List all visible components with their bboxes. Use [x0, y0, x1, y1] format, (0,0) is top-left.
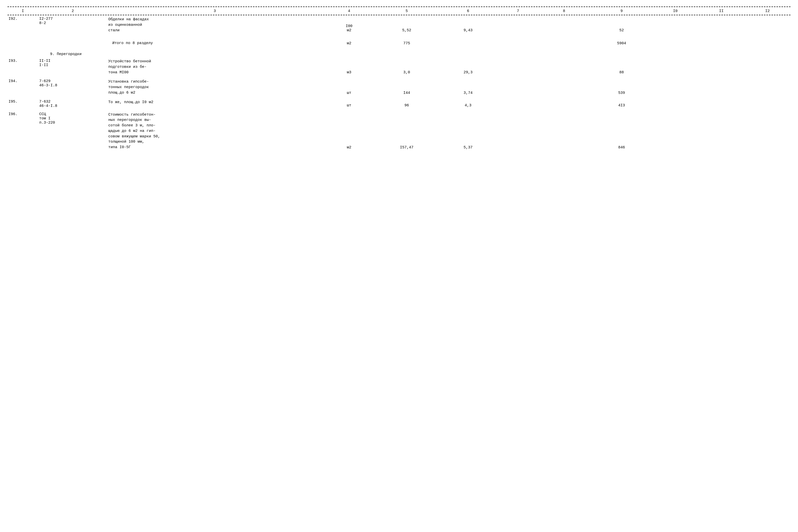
row-col12: [744, 78, 791, 96]
row-col7: [499, 40, 537, 46]
row-col9: 539: [591, 78, 652, 96]
row-col9: 5904: [591, 40, 652, 46]
table-row: I95.7-632 46-4-I.8То же, площ.до I0 м2шт…: [7, 99, 791, 109]
row-description: Устройство бетоннойподготовки из бе-тона…: [107, 58, 322, 76]
row-id: I95.: [7, 99, 38, 109]
row-id: I94.: [7, 78, 38, 96]
spacer-row: [7, 46, 791, 50]
row-col10: [652, 111, 698, 151]
row-col6: 5,37: [437, 111, 499, 151]
row-col8: [537, 58, 591, 76]
row-col5: 96: [376, 99, 437, 109]
row-description: Итого по 8 разделу: [107, 40, 322, 46]
table-row: I94.7-629 46-3-I.8Установка гипсобе-тонн…: [7, 78, 791, 96]
row-code: ССЦ том I п.3-220: [38, 111, 107, 151]
row-unit: м2: [322, 111, 376, 151]
row-description: То же, площ.до I0 м2: [107, 99, 322, 109]
row-col7: [499, 16, 537, 34]
row-col12: [744, 40, 791, 46]
row-description: Обделки на фасадахиз оцинкованнойстали: [107, 16, 322, 34]
row-col10: [652, 78, 698, 96]
row-id: I96.: [7, 111, 38, 151]
main-table-wrapper: I23456789I0III2 I92.I2-277 8-2Обделки на…: [7, 8, 791, 152]
row-unit: шт: [322, 78, 376, 96]
col-header-3: 3: [107, 8, 322, 14]
row-col11: [698, 78, 744, 96]
row-code: II-II I-II: [38, 58, 107, 76]
spacer-row: [7, 96, 791, 99]
row-col12: [744, 16, 791, 34]
row-col6: [437, 40, 499, 46]
row-col7: [499, 111, 537, 151]
row-col10: [652, 99, 698, 109]
row-col9: 846: [591, 111, 652, 151]
row-col9: 88: [591, 58, 652, 76]
row-col8: [537, 111, 591, 151]
row-col6: 29,3: [437, 58, 499, 76]
row-id: [7, 40, 38, 46]
col-header-2: 2: [38, 8, 107, 14]
column-headers: I23456789I0III2: [7, 8, 791, 14]
row-unit: м3: [322, 58, 376, 76]
row-code: 7-632 46-4-I.8: [38, 99, 107, 109]
row-col11: [698, 58, 744, 76]
row-col6: 9,43: [437, 16, 499, 34]
col-header-9: 9: [591, 8, 652, 14]
spacer-row: [7, 36, 791, 40]
row-col12: [744, 111, 791, 151]
row-col11: [698, 99, 744, 109]
row-col7: [499, 58, 537, 76]
row-col12: [744, 99, 791, 109]
col-header-I: I: [7, 8, 38, 14]
table-row: I92.I2-277 8-2Обделки на фасадахиз оцинк…: [7, 16, 791, 34]
row-code: I2-277 8-2: [38, 16, 107, 34]
row-col11: [698, 16, 744, 34]
row-id: I93.: [7, 58, 38, 76]
row-col7: [499, 99, 537, 109]
row-col6: 3,74: [437, 78, 499, 96]
row-col11: [698, 40, 744, 46]
row-unit: шт: [322, 99, 376, 109]
spacer-row: [7, 109, 791, 111]
spacer-row: [7, 34, 791, 36]
col-header-4: 4: [322, 8, 376, 14]
row-col8: [537, 16, 591, 34]
row-col5: I44: [376, 78, 437, 96]
row-description: Установка гипсобе-тонных перегородокплощ…: [107, 78, 322, 96]
col-header-5: 5: [376, 8, 437, 14]
row-col12: [744, 58, 791, 76]
col-header-7: 7: [499, 8, 537, 14]
col-header-8: 8: [537, 8, 591, 14]
row-col10: [652, 16, 698, 34]
spacer-row: [7, 76, 791, 78]
col-header-II: II: [698, 8, 744, 14]
section-heading-9: 9. Перегородки: [7, 50, 791, 58]
row-col5: 3,0: [376, 58, 437, 76]
section-9-title: 9. Перегородки: [7, 50, 791, 58]
col-header-I0: I0: [652, 8, 698, 14]
main-table: I23456789I0III2 I92.I2-277 8-2Обделки на…: [7, 8, 791, 152]
row-code: 7-629 46-3-I.8: [38, 78, 107, 96]
col-header-I2: I2: [744, 8, 791, 14]
table-row: I96.ССЦ том I п.3-220Стоимость гипсобето…: [7, 111, 791, 151]
row-col9: 52: [591, 16, 652, 34]
row-col9: 4I3: [591, 99, 652, 109]
col-header-6: 6: [437, 8, 499, 14]
row-col6: 4,3: [437, 99, 499, 109]
row-col7: [499, 78, 537, 96]
row-id: I92.: [7, 16, 38, 34]
row-col8: [537, 99, 591, 109]
row-col8: [537, 40, 591, 46]
row-col5: 775: [376, 40, 437, 46]
row-col8: [537, 78, 591, 96]
row-col11: [698, 111, 744, 151]
row-code: [38, 40, 107, 46]
spacer-row: [7, 151, 791, 152]
row-col5: 5,52: [376, 16, 437, 34]
row-unit: м2: [322, 40, 376, 46]
row-col5: I57,47: [376, 111, 437, 151]
row-col10: [652, 40, 698, 46]
row-unit: I00м2: [322, 16, 376, 34]
top-dashed-line: [7, 6, 791, 7]
table-row: Итого по 8 разделум27755904: [7, 40, 791, 46]
